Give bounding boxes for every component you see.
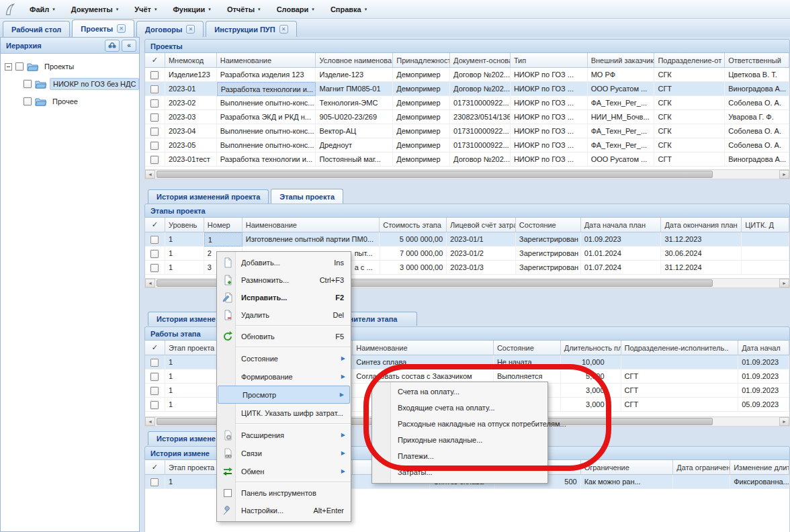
row-checkbox[interactable] [145,152,165,167]
scroll-right-icon[interactable]: ► [779,279,789,287]
row-checkbox[interactable] [145,398,165,412]
row-checkbox[interactable] [145,68,165,82]
collapse-panel-icon[interactable]: « [122,40,136,52]
select-all-header[interactable]: ✓ [145,341,165,355]
tree-item-niokr[interactable]: НИОКР по ГОЗ без НДС [24,77,139,91]
scroll-right-icon[interactable]: ► [779,170,789,179]
table-row[interactable]: 2023-04 Выполнение опытно-конс... Вектор… [145,124,789,138]
select-all-header[interactable]: ✓ [145,460,165,475]
menu-item-state[interactable]: Состояние ▶ [217,349,351,367]
table-row[interactable]: 2023-03 Разработка ЭКД и РКД н... 905-U0… [145,110,789,124]
column-header[interactable]: Мнемокод [165,53,217,68]
menu-item-edit[interactable]: Исправить... F2 [217,289,351,306]
tab-project-stages[interactable]: Этапы проекта [271,189,343,204]
column-header[interactable]: Подразделение-исполнитель.. [621,341,739,355]
menu-item-duplicate[interactable]: Размножить... Ctrl+F3 [217,271,351,289]
column-header[interactable]: Документ-основан [450,53,511,68]
menu-item-toolbar-toggle[interactable]: Панель инструментов [217,484,351,502]
column-header[interactable]: Длительность план▼ [561,341,621,355]
column-header[interactable]: Состояние [494,341,561,355]
menu-accounting[interactable]: Учёт▾ [128,3,163,16]
column-header[interactable]: Этап проекта [165,341,222,355]
scroll-left-icon[interactable]: ◄ [145,417,155,426]
column-header[interactable]: ЦИТК. Д [742,218,789,232]
close-icon[interactable]: ✕ [117,24,126,33]
scroll-left-icon[interactable]: ◄ [145,279,155,287]
tab-project-history[interactable]: История изменений проекта [148,189,269,204]
row-checkbox[interactable] [145,475,165,489]
scroll-right-icon[interactable]: ► [779,417,789,426]
column-header[interactable]: Стоимость этапа [380,218,447,232]
row-checkbox[interactable] [145,82,165,96]
menu-item-refresh[interactable]: Обновить F5 [217,328,351,345]
row-checkbox[interactable] [145,247,165,261]
table-row[interactable]: 2023-02 Выполнение опытно-конс... Технол… [145,96,789,110]
row-checkbox[interactable] [145,355,165,369]
search-icon[interactable] [105,40,120,52]
column-header[interactable]: Дата окончания план [661,218,742,232]
row-checkbox[interactable] [145,124,165,138]
table-row-selected[interactable]: 2023-01 Разработка технологии и... Магни… [145,82,789,96]
projects-hscrollbar[interactable]: ◄ ► [144,169,790,179]
tab-desktop[interactable]: Рабочий стол [3,21,70,37]
column-header[interactable]: Дата начал [738,341,789,355]
tree-item-other[interactable]: Прочее [24,94,81,109]
column-header[interactable]: Наименование [353,341,494,355]
scroll-left-icon[interactable]: ◄ [145,170,155,179]
close-icon[interactable]: ✕ [279,25,288,34]
menu-dictionaries[interactable]: Словари▾ [270,3,321,16]
column-header[interactable]: Лицевой счёт затрат. [447,218,516,232]
column-header[interactable]: Условное наименова [316,53,393,68]
table-row[interactable]: 2023-01тест Разработка технологии и... П… [145,152,789,167]
tab-projects[interactable]: Проекты✕ [72,19,134,37]
menu-item-links[interactable]: Связи ▶ [217,444,351,462]
column-header[interactable]: Дата начала план [581,218,662,232]
select-all-header[interactable]: ✓ [145,218,165,232]
column-header[interactable]: Тип [511,53,588,68]
close-icon[interactable]: ✕ [186,25,195,34]
column-header[interactable]: Уровень [165,218,204,232]
menu-item-view[interactable]: Просмотр ▶ [218,386,350,404]
row-checkbox[interactable] [145,261,165,275]
menu-item-settings[interactable]: Настройки... Alt+Enter [217,502,351,519]
column-header[interactable]: Изменение длите [730,460,789,475]
row-checkbox[interactable] [145,232,165,247]
menu-item-add[interactable]: Добавить... Ins [217,254,351,271]
column-header[interactable]: Наименование [217,53,316,68]
table-row-selected[interactable]: 1 1 Изготовление опытной партии ПМ0... 5… [145,232,789,247]
select-all-header[interactable]: ✓ [145,53,165,68]
tree-item-projects[interactable]: Проекты [5,59,77,74]
tree-checkbox[interactable] [15,62,24,71]
tree-checkbox[interactable] [24,80,32,88]
row-checkbox[interactable] [145,369,165,384]
tab-contracts[interactable]: Договоры✕ [136,21,204,37]
menu-item-forming[interactable]: Формирование ▶ [217,367,351,386]
column-header[interactable]: Состояние [516,218,581,232]
menu-reports[interactable]: Отчёты▾ [220,3,267,16]
table-row[interactable]: 2023-05 Выполнение опытно-конс... Дредно… [145,138,789,152]
table-row[interactable]: Изделие123 Разработка изделия 123 Издели… [145,68,789,82]
menu-help[interactable]: Справка▾ [324,3,374,16]
menu-item-citk-code[interactable]: ЦИТК. Указать шифр затрат... [217,404,351,422]
column-header[interactable]: Этап проекта [165,460,222,475]
menu-item-exchange[interactable]: Обмен ▶ [217,462,351,480]
row-checkbox[interactable] [145,110,165,124]
column-header[interactable]: Подразделение-от [654,53,725,68]
column-header[interactable]: Ответственный [725,53,789,68]
scroll-thumb[interactable] [157,171,713,178]
row-checkbox[interactable] [145,96,165,110]
menu-item-delete[interactable]: Удалить Del [217,306,351,324]
column-header[interactable]: Внешний заказчик [588,53,655,68]
column-header[interactable]: Принадлежность [393,53,450,68]
column-header[interactable]: Дата ограничения [673,460,730,475]
tree-checkbox[interactable] [24,97,32,105]
row-checkbox[interactable] [145,384,165,398]
collapse-node-icon[interactable] [5,63,12,71]
menu-functions[interactable]: Функции▾ [166,3,217,16]
column-header[interactable]: Номер [204,218,243,232]
column-header[interactable]: Наименование [243,218,380,232]
menu-file[interactable]: Файл▾ [23,3,62,16]
row-checkbox[interactable] [145,138,165,152]
menu-documents[interactable]: Документы▾ [64,3,125,16]
tab-instructions[interactable]: Инструкции ПУП✕ [206,21,296,37]
